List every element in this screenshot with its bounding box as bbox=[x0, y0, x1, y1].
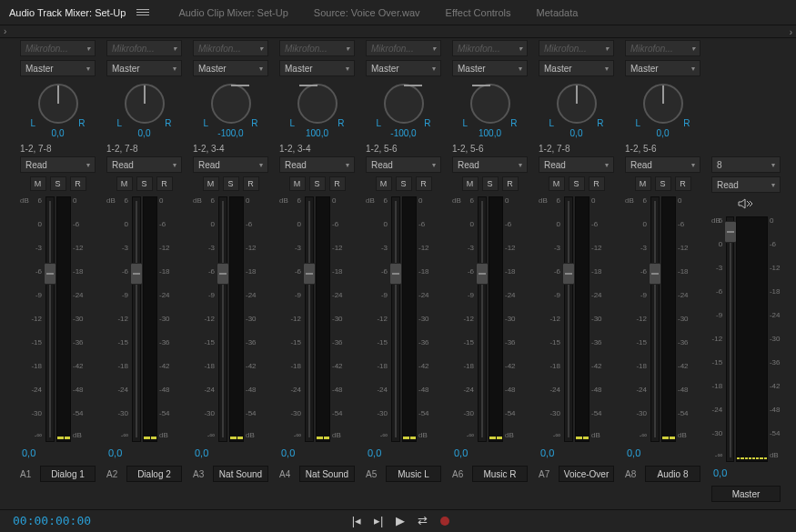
pan-knob[interactable] bbox=[297, 84, 338, 124]
pan-knob[interactable] bbox=[643, 84, 683, 124]
pan-value[interactable]: -100,0 bbox=[390, 128, 416, 138]
record-arm-button[interactable]: R bbox=[156, 176, 173, 191]
fader-handle[interactable] bbox=[649, 263, 661, 285]
chevron-right-icon[interactable]: › bbox=[4, 26, 6, 36]
record-arm-button[interactable]: R bbox=[70, 176, 86, 191]
tab-audio-clip-mixer[interactable]: Audio Clip Mixer: Set-Up bbox=[178, 7, 287, 18]
pan-knob[interactable] bbox=[557, 84, 597, 124]
input-select[interactable]: Mikrofon... ▾ bbox=[106, 40, 182, 56]
automation-mode-select[interactable]: Read ▾ bbox=[366, 156, 441, 173]
tab-source[interactable]: Source: Voice Over.wav bbox=[314, 7, 420, 18]
chevron-right-icon[interactable]: › bbox=[790, 27, 792, 37]
input-select[interactable]: Mikrofon... ▾ bbox=[625, 40, 700, 56]
pan-knob[interactable] bbox=[38, 84, 78, 124]
mute-button[interactable]: M bbox=[635, 176, 651, 191]
input-select[interactable]: Mikrofon... ▾ bbox=[452, 40, 528, 56]
automation-mode-select[interactable]: Read ▾ bbox=[20, 156, 96, 173]
record-arm-button[interactable]: R bbox=[589, 176, 605, 191]
mute-button[interactable]: M bbox=[462, 176, 479, 191]
track-name-field[interactable]: Dialog 1 bbox=[40, 466, 96, 482]
track-name-field[interactable]: Music R bbox=[472, 466, 528, 482]
master-name-field[interactable]: Master bbox=[711, 486, 781, 502]
fader-handle[interactable] bbox=[217, 263, 229, 285]
volume-value[interactable]: 0,0 bbox=[22, 447, 96, 458]
pan-knob[interactable] bbox=[125, 84, 165, 124]
pan-value[interactable]: 0,0 bbox=[52, 128, 65, 138]
pan-value[interactable]: 100,0 bbox=[306, 128, 328, 138]
fader-handle[interactable] bbox=[724, 221, 737, 243]
pan-knob[interactable] bbox=[470, 84, 510, 124]
track-name-field[interactable]: Audio 8 bbox=[645, 466, 700, 482]
input-select[interactable]: Mikrofon... ▾ bbox=[539, 40, 614, 56]
volume-fader[interactable] bbox=[478, 196, 487, 442]
input-select[interactable]: Mikrofon... ▾ bbox=[279, 40, 355, 56]
go-to-in-button[interactable]: |◂ bbox=[352, 514, 361, 527]
output-select[interactable]: Master ▾ bbox=[20, 60, 96, 76]
automation-mode-select[interactable]: Read ▾ bbox=[625, 156, 700, 173]
automation-mode-select[interactable]: Read ▾ bbox=[279, 156, 355, 173]
volume-fader[interactable] bbox=[650, 196, 660, 442]
output-select[interactable]: Master ▾ bbox=[452, 60, 528, 76]
automation-mode-select[interactable]: Read ▾ bbox=[193, 156, 268, 173]
volume-value[interactable]: 0,0 bbox=[540, 447, 614, 458]
volume-fader[interactable] bbox=[726, 216, 734, 462]
mute-button[interactable]: M bbox=[549, 176, 565, 191]
panel-menu-icon[interactable] bbox=[136, 9, 149, 15]
mute-button[interactable]: M bbox=[289, 176, 306, 191]
output-select[interactable]: Master ▾ bbox=[106, 60, 182, 76]
solo-button[interactable]: S bbox=[396, 176, 412, 191]
track-name-field[interactable]: Music L bbox=[386, 466, 441, 482]
fader-handle[interactable] bbox=[389, 263, 402, 285]
fader-handle[interactable] bbox=[130, 263, 143, 285]
record-arm-button[interactable]: R bbox=[416, 176, 432, 191]
input-select[interactable]: Mikrofon... ▾ bbox=[20, 40, 96, 56]
fader-handle[interactable] bbox=[562, 263, 575, 285]
pan-value[interactable]: 0,0 bbox=[657, 128, 670, 138]
pan-value[interactable]: 0,0 bbox=[138, 128, 151, 138]
output-select[interactable]: Master ▾ bbox=[366, 60, 441, 76]
fader-handle[interactable] bbox=[476, 263, 489, 285]
automation-mode-select[interactable]: Read ▾ bbox=[539, 156, 614, 173]
volume-value[interactable]: 0,0 bbox=[195, 447, 268, 458]
loop-button[interactable]: ⇄ bbox=[418, 514, 428, 527]
mute-button[interactable]: M bbox=[116, 176, 133, 191]
volume-fader[interactable] bbox=[45, 196, 55, 442]
track-name-field[interactable]: Nat Sound bbox=[213, 466, 268, 482]
track-name-field[interactable]: Nat Sound bbox=[299, 466, 355, 482]
volume-value[interactable]: 0,0 bbox=[713, 467, 781, 478]
go-to-out-button[interactable]: ▸| bbox=[374, 514, 383, 527]
fader-handle[interactable] bbox=[44, 263, 56, 285]
output-select[interactable]: Master ▾ bbox=[193, 60, 268, 76]
volume-value[interactable]: 0,0 bbox=[454, 447, 528, 458]
output-select[interactable]: Master ▾ bbox=[625, 60, 700, 76]
volume-fader[interactable] bbox=[391, 196, 400, 442]
automation-mode-select[interactable]: Read ▾ bbox=[711, 176, 781, 193]
record-arm-button[interactable]: R bbox=[243, 176, 259, 191]
solo-button[interactable]: S bbox=[50, 176, 66, 191]
mute-button[interactable]: M bbox=[30, 176, 46, 191]
automation-mode-select[interactable]: Read ▾ bbox=[106, 156, 182, 173]
tab-metadata[interactable]: Metadata bbox=[537, 7, 579, 18]
input-select[interactable]: Mikrofon... ▾ bbox=[193, 40, 268, 56]
pan-value[interactable]: 0,0 bbox=[570, 128, 583, 138]
play-button[interactable]: ▶ bbox=[396, 514, 405, 527]
solo-button[interactable]: S bbox=[482, 176, 499, 191]
solo-button[interactable]: S bbox=[655, 176, 671, 191]
mute-button[interactable]: M bbox=[203, 176, 219, 191]
track-name-field[interactable]: Voice-Over bbox=[559, 466, 614, 482]
tab-effect-controls[interactable]: Effect Controls bbox=[446, 7, 511, 18]
timecode[interactable]: 00:00:00:00 bbox=[13, 514, 91, 527]
volume-value[interactable]: 0,0 bbox=[368, 447, 441, 458]
pan-knob[interactable] bbox=[384, 84, 424, 124]
volume-fader[interactable] bbox=[132, 196, 141, 442]
volume-value[interactable]: 0,0 bbox=[108, 447, 182, 458]
record-button[interactable] bbox=[440, 517, 449, 526]
solo-button[interactable]: S bbox=[569, 176, 585, 191]
input-select[interactable]: Mikrofon... ▾ bbox=[366, 40, 441, 56]
output-select[interactable]: Master ▾ bbox=[279, 60, 355, 76]
automation-mode-select[interactable]: Read ▾ bbox=[452, 156, 528, 173]
output-select[interactable]: Master ▾ bbox=[539, 60, 614, 76]
solo-button[interactable]: S bbox=[309, 176, 326, 191]
solo-button[interactable]: S bbox=[223, 176, 239, 191]
track-name-field[interactable]: Dialog 2 bbox=[126, 466, 182, 482]
